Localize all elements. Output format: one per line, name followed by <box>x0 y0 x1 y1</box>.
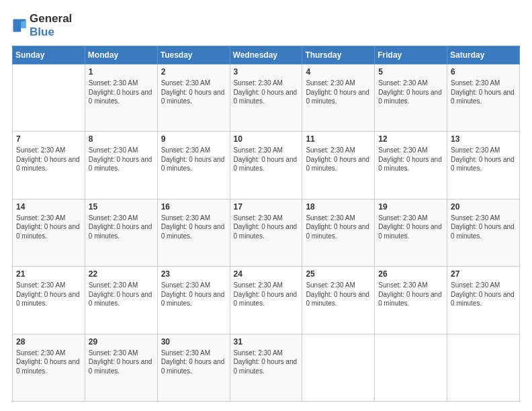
calendar-cell: 22Sunset: 2:30 AMDaylight: 0 hours and 0… <box>85 267 157 334</box>
day-number: 31 <box>234 337 299 347</box>
calendar-cell: 5Sunset: 2:30 AMDaylight: 0 hours and 0 … <box>375 64 447 132</box>
day-info: Sunset: 2:30 AMDaylight: 0 hours and 0 m… <box>89 349 152 375</box>
calendar-cell: 19Sunset: 2:30 AMDaylight: 0 hours and 0… <box>375 199 447 266</box>
day-number: 29 <box>89 337 154 347</box>
logo-text: GeneralBlue <box>30 12 72 39</box>
day-info: Sunset: 2:30 AMDaylight: 0 hours and 0 m… <box>16 281 80 307</box>
day-info: Sunset: 2:30 AMDaylight: 0 hours and 0 m… <box>234 281 298 307</box>
day-info: Sunset: 2:30 AMDaylight: 0 hours and 0 m… <box>16 146 80 172</box>
logo: GeneralBlue <box>12 12 72 39</box>
calendar-cell: 12Sunset: 2:30 AMDaylight: 0 hours and 0… <box>375 132 447 199</box>
calendar-cell <box>375 334 447 401</box>
day-info: Sunset: 2:30 AMDaylight: 0 hours and 0 m… <box>378 281 442 307</box>
calendar-cell: 26Sunset: 2:30 AMDaylight: 0 hours and 0… <box>375 267 447 334</box>
week-row-3: 14Sunset: 2:30 AMDaylight: 0 hours and 0… <box>13 199 520 266</box>
day-info: Sunset: 2:30 AMDaylight: 0 hours and 0 m… <box>16 349 80 375</box>
calendar-cell <box>13 64 85 132</box>
calendar-cell: 13Sunset: 2:30 AMDaylight: 0 hours and 0… <box>447 132 520 199</box>
calendar-cell: 20Sunset: 2:30 AMDaylight: 0 hours and 0… <box>447 199 520 266</box>
day-number: 27 <box>451 269 516 279</box>
day-number: 25 <box>306 269 371 279</box>
calendar-body: 1Sunset: 2:30 AMDaylight: 0 hours and 0 … <box>13 64 520 402</box>
day-info: Sunset: 2:30 AMDaylight: 0 hours and 0 m… <box>161 281 225 307</box>
calendar-cell: 6Sunset: 2:30 AMDaylight: 0 hours and 0 … <box>447 64 520 132</box>
col-saturday: Saturday <box>447 46 520 64</box>
logo-general: General <box>30 12 72 25</box>
calendar-cell: 3Sunset: 2:30 AMDaylight: 0 hours and 0 … <box>230 64 302 132</box>
calendar-header: Sunday Monday Tuesday Wednesday Thursday… <box>13 46 520 64</box>
day-number: 11 <box>306 134 371 144</box>
day-info: Sunset: 2:30 AMDaylight: 0 hours and 0 m… <box>306 146 369 172</box>
day-info: Sunset: 2:30 AMDaylight: 0 hours and 0 m… <box>378 146 442 172</box>
day-number: 4 <box>306 67 371 77</box>
calendar-cell: 10Sunset: 2:30 AMDaylight: 0 hours and 0… <box>230 132 302 199</box>
day-number: 28 <box>16 337 81 347</box>
day-info: Sunset: 2:30 AMDaylight: 0 hours and 0 m… <box>306 214 369 240</box>
calendar-cell: 8Sunset: 2:30 AMDaylight: 0 hours and 0 … <box>85 132 157 199</box>
day-info: Sunset: 2:30 AMDaylight: 0 hours and 0 m… <box>16 214 80 240</box>
calendar-cell <box>447 334 520 401</box>
calendar-cell: 2Sunset: 2:30 AMDaylight: 0 hours and 0 … <box>157 64 230 132</box>
days-of-week-row: Sunday Monday Tuesday Wednesday Thursday… <box>13 46 520 64</box>
day-number: 8 <box>89 134 154 144</box>
day-info: Sunset: 2:30 AMDaylight: 0 hours and 0 m… <box>234 214 298 240</box>
calendar-cell: 27Sunset: 2:30 AMDaylight: 0 hours and 0… <box>447 267 520 334</box>
day-info: Sunset: 2:30 AMDaylight: 0 hours and 0 m… <box>378 214 442 240</box>
calendar-cell: 4Sunset: 2:30 AMDaylight: 0 hours and 0 … <box>302 64 375 132</box>
day-number: 6 <box>451 67 516 77</box>
day-number: 18 <box>306 202 371 212</box>
calendar-cell: 31Sunset: 2:30 AMDaylight: 0 hours and 0… <box>230 334 302 401</box>
day-info: Sunset: 2:30 AMDaylight: 0 hours and 0 m… <box>234 79 298 105</box>
calendar-cell: 14Sunset: 2:30 AMDaylight: 0 hours and 0… <box>13 199 85 266</box>
day-info: Sunset: 2:30 AMDaylight: 0 hours and 0 m… <box>89 79 152 105</box>
calendar-cell: 28Sunset: 2:30 AMDaylight: 0 hours and 0… <box>13 334 85 401</box>
calendar-cell: 30Sunset: 2:30 AMDaylight: 0 hours and 0… <box>157 334 230 401</box>
week-row-4: 21Sunset: 2:30 AMDaylight: 0 hours and 0… <box>13 267 520 334</box>
day-number: 26 <box>378 269 443 279</box>
col-sunday: Sunday <box>13 46 85 64</box>
page: GeneralBlue Sunday Monday Tuesday Wednes… <box>0 0 532 411</box>
col-tuesday: Tuesday <box>157 46 230 64</box>
day-number: 16 <box>161 202 226 212</box>
week-row-5: 28Sunset: 2:30 AMDaylight: 0 hours and 0… <box>13 334 520 401</box>
day-info: Sunset: 2:30 AMDaylight: 0 hours and 0 m… <box>306 281 369 307</box>
calendar-cell: 25Sunset: 2:30 AMDaylight: 0 hours and 0… <box>302 267 375 334</box>
calendar-cell: 16Sunset: 2:30 AMDaylight: 0 hours and 0… <box>157 199 230 266</box>
day-number: 3 <box>234 67 299 77</box>
day-number: 23 <box>161 269 226 279</box>
day-number: 7 <box>16 134 81 144</box>
calendar: Sunday Monday Tuesday Wednesday Thursday… <box>12 46 520 402</box>
day-number: 24 <box>234 269 299 279</box>
calendar-cell <box>302 334 375 401</box>
day-info: Sunset: 2:30 AMDaylight: 0 hours and 0 m… <box>89 281 152 307</box>
calendar-cell: 9Sunset: 2:30 AMDaylight: 0 hours and 0 … <box>157 132 230 199</box>
calendar-cell: 15Sunset: 2:30 AMDaylight: 0 hours and 0… <box>85 199 157 266</box>
calendar-cell: 29Sunset: 2:30 AMDaylight: 0 hours and 0… <box>85 334 157 401</box>
col-thursday: Thursday <box>302 46 375 64</box>
logo-blue: Blue <box>30 26 54 38</box>
day-info: Sunset: 2:30 AMDaylight: 0 hours and 0 m… <box>89 214 152 240</box>
day-number: 9 <box>161 134 226 144</box>
calendar-cell: 17Sunset: 2:30 AMDaylight: 0 hours and 0… <box>230 199 302 266</box>
day-info: Sunset: 2:30 AMDaylight: 0 hours and 0 m… <box>451 214 515 240</box>
svg-rect-2 <box>13 27 21 32</box>
col-wednesday: Wednesday <box>230 46 302 64</box>
day-info: Sunset: 2:30 AMDaylight: 0 hours and 0 m… <box>306 79 369 105</box>
calendar-cell: 18Sunset: 2:30 AMDaylight: 0 hours and 0… <box>302 199 375 266</box>
header: GeneralBlue <box>12 12 520 39</box>
day-number: 17 <box>234 202 299 212</box>
calendar-cell: 1Sunset: 2:30 AMDaylight: 0 hours and 0 … <box>85 64 157 132</box>
calendar-cell: 21Sunset: 2:30 AMDaylight: 0 hours and 0… <box>13 267 85 334</box>
col-friday: Friday <box>375 46 447 64</box>
day-info: Sunset: 2:30 AMDaylight: 0 hours and 0 m… <box>234 146 298 172</box>
day-number: 13 <box>451 134 516 144</box>
day-number: 12 <box>378 134 443 144</box>
day-info: Sunset: 2:30 AMDaylight: 0 hours and 0 m… <box>451 79 515 105</box>
day-number: 15 <box>89 202 154 212</box>
day-info: Sunset: 2:30 AMDaylight: 0 hours and 0 m… <box>161 214 225 240</box>
day-number: 1 <box>89 67 154 77</box>
logo-icon <box>12 18 27 33</box>
day-info: Sunset: 2:30 AMDaylight: 0 hours and 0 m… <box>89 146 152 172</box>
calendar-cell: 24Sunset: 2:30 AMDaylight: 0 hours and 0… <box>230 267 302 334</box>
day-info: Sunset: 2:30 AMDaylight: 0 hours and 0 m… <box>161 146 225 172</box>
